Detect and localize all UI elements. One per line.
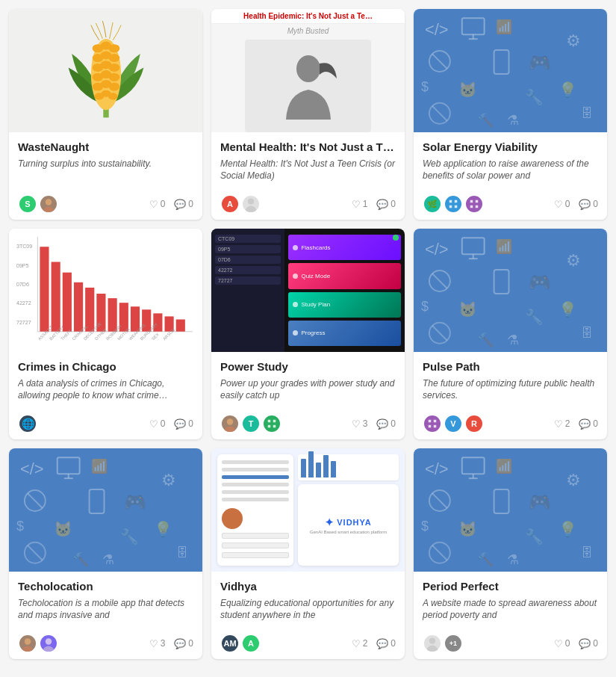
svg-rect-132 xyxy=(462,457,485,474)
project-card[interactable]: 3TC09 09P5 07D6 42272 72727 ASSAULT BATT… xyxy=(9,229,202,439)
likes-count: 0 xyxy=(161,418,166,429)
likes-count: 2 xyxy=(565,418,570,429)
project-card[interactable]: Health Epidemic: It's Not Just a Te…Myth… xyxy=(211,9,405,220)
svg-point-6 xyxy=(108,54,119,62)
card-body: Power StudyPower up your grades with pow… xyxy=(211,352,405,409)
comments-stat: 💬 0 xyxy=(579,638,598,649)
card-stats: ♡ 0 💬 0 xyxy=(554,199,598,210)
card-body: Crimes in ChicagoA data analysis of crim… xyxy=(9,352,202,409)
svg-text:⚗: ⚗ xyxy=(102,552,114,567)
svg-point-9 xyxy=(108,63,119,71)
heart-icon: ♡ xyxy=(554,638,563,649)
avatar xyxy=(220,414,240,433)
comments-stat: 💬 0 xyxy=(376,638,396,649)
avatar xyxy=(262,414,281,433)
svg-text:⚗: ⚗ xyxy=(507,333,519,347)
card-image: 3TC09 09P5 07D6 42272 72727 ASSAULT BATT… xyxy=(9,229,202,352)
svg-point-22 xyxy=(248,198,254,204)
avatar: 🌿 xyxy=(423,194,442,214)
heart-icon: ♡ xyxy=(352,638,361,649)
card-footer: VR ♡ 2 💬 0 xyxy=(414,409,607,439)
svg-text:🎮: 🎮 xyxy=(529,491,551,513)
svg-line-138 xyxy=(432,493,447,508)
project-card[interactable]: </> 📶 🎮 $ 🐱 🔧 ⚙ 💡 🗄 🔨 ⚗ Solar Energy Via… xyxy=(414,9,607,220)
avatar: R xyxy=(464,414,484,433)
svg-rect-43 xyxy=(455,200,458,203)
svg-text:🎮: 🎮 xyxy=(124,491,146,513)
heart-icon: ♡ xyxy=(149,418,158,430)
card-description: Mental Health: It's Not Just a Teen Cris… xyxy=(220,158,396,183)
project-card[interactable]: </> 📶 🎮 $ 🐱 🔧 ⚙ 💡 🗄 🔨 ⚗ Pulse PathThe fu… xyxy=(414,229,607,439)
card-image: CTC0909P507D64227272727FlashcardsQuiz Mo… xyxy=(211,229,405,352)
svg-rect-47 xyxy=(476,200,479,203)
avatar xyxy=(39,634,58,653)
heart-icon: ♡ xyxy=(554,199,563,210)
card-title: Vidhya xyxy=(220,579,396,594)
avatar: T xyxy=(241,414,261,433)
likes-stat: ♡ 0 xyxy=(149,418,166,430)
card-stats: ♡ 3 💬 0 xyxy=(352,418,396,430)
card-stats: ♡ 1 💬 0 xyxy=(352,199,396,210)
svg-point-7 xyxy=(92,54,103,62)
comments-stat: 💬 0 xyxy=(376,199,396,210)
svg-line-39 xyxy=(432,106,447,121)
project-card[interactable]: WasteNaughtTurning surplus into sustaina… xyxy=(9,9,202,220)
svg-text:</>: </> xyxy=(425,20,449,39)
svg-text:🗄: 🗄 xyxy=(176,546,188,559)
likes-stat: ♡ 0 xyxy=(149,199,166,210)
svg-rect-120 xyxy=(90,489,105,513)
avatar xyxy=(444,194,463,214)
svg-text:72727: 72727 xyxy=(16,320,31,326)
svg-text:🐱: 🐱 xyxy=(458,300,477,318)
project-card[interactable]: </> 📶 🎮 $ 🐱 🔧 ⚙ 💡 🗄 🔨 ⚗ Period PerfectA … xyxy=(414,448,607,659)
comment-icon: 💬 xyxy=(376,199,388,210)
likes-stat: ♡ 1 xyxy=(352,199,368,210)
card-title: Mental Health: It's Not Just a T… xyxy=(220,140,396,155)
svg-text:⚙: ⚙ xyxy=(566,251,581,270)
card-description: Power up your grades with power study an… xyxy=(220,377,396,403)
card-image: Health Epidemic: It's Not Just a Te…Myth… xyxy=(211,9,405,132)
svg-text:💡: 💡 xyxy=(559,300,577,318)
likes-count: 3 xyxy=(161,638,166,649)
svg-text:🗄: 🗄 xyxy=(581,327,593,339)
avatar-group: AMA xyxy=(220,634,261,653)
comments-stat: 💬 0 xyxy=(174,638,193,649)
card-image: </> 📶 🎮 $ 🐱 🔧 ⚙ 💡 🗄 🔨 ⚗ xyxy=(414,9,607,132)
svg-text:$: $ xyxy=(421,299,429,314)
card-image: ✦ VIDHYA GenAI Based smart education pla… xyxy=(211,448,405,572)
comments-count: 0 xyxy=(188,418,193,429)
project-card[interactable]: CTC0909P507D64227272727FlashcardsQuiz Mo… xyxy=(211,229,405,439)
card-footer: 🌿 ♡ 0 💬 0 xyxy=(414,190,607,220)
avatar: +1 xyxy=(444,634,463,653)
card-footer: A ♡ 1 💬 0 xyxy=(211,190,405,220)
comment-icon: 💬 xyxy=(579,418,591,430)
avatar-group: 🌿 xyxy=(423,194,484,214)
card-title: Crimes in Chicago xyxy=(18,359,193,374)
svg-text:🔧: 🔧 xyxy=(525,88,544,106)
svg-rect-42 xyxy=(449,200,452,203)
card-title: Power Study xyxy=(220,359,396,374)
svg-rect-60 xyxy=(74,282,83,332)
avatar: V xyxy=(444,414,463,433)
card-title: Solar Energy Viability xyxy=(423,140,598,155)
svg-line-126 xyxy=(28,545,43,560)
svg-text:🔧: 🔧 xyxy=(120,528,139,545)
svg-text:$: $ xyxy=(421,519,429,534)
svg-text:🗄: 🗄 xyxy=(581,546,593,559)
comment-icon: 💬 xyxy=(579,199,591,210)
avatar xyxy=(423,414,442,433)
heart-icon: ♡ xyxy=(352,418,361,430)
svg-text:🔨: 🔨 xyxy=(477,332,494,348)
svg-text:09P5: 09P5 xyxy=(16,263,29,269)
comments-count: 0 xyxy=(391,418,396,429)
card-footer: +1 ♡ 0 💬 0 xyxy=(414,629,607,659)
svg-text:💡: 💡 xyxy=(559,520,577,538)
card-description: Equalizing educational opportunities for… xyxy=(220,597,396,622)
project-card[interactable]: ✦ VIDHYA GenAI Based smart education pla… xyxy=(211,448,405,659)
svg-text:⚗: ⚗ xyxy=(507,113,519,128)
likes-stat: ♡ 2 xyxy=(352,638,368,649)
comments-stat: 💬 0 xyxy=(579,418,598,430)
project-card[interactable]: </> 📶 🎮 $ 🐱 🔧 ⚙ 💡 🗄 🔨 ⚗ TecholocationTec… xyxy=(9,448,202,659)
card-title: WasteNaught xyxy=(18,140,193,155)
avatar-group: T xyxy=(220,414,281,433)
